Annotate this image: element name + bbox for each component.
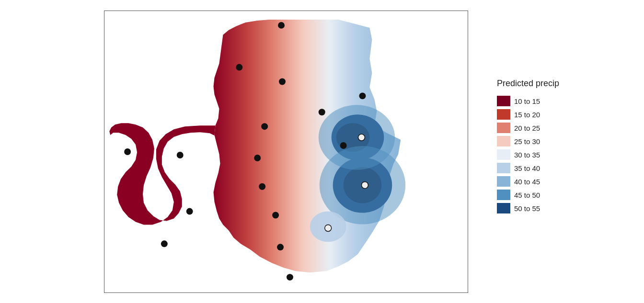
legend-swatch	[497, 109, 510, 120]
station-dot	[319, 109, 325, 115]
station-dot	[259, 183, 265, 190]
legend-swatch	[497, 136, 510, 146]
legend-item: 45 to 50	[497, 188, 559, 202]
legend-label: 30 to 35	[514, 151, 540, 159]
map-panel	[104, 11, 468, 293]
station-dot	[124, 148, 131, 155]
station-dot	[272, 212, 279, 218]
legend-item: 10 to 15	[497, 94, 559, 108]
legend-swatch	[497, 96, 510, 106]
station-dot	[186, 208, 193, 214]
station-dot	[254, 154, 261, 161]
station-dot	[279, 78, 286, 85]
legend-label: 35 to 40	[514, 164, 540, 172]
chart-container: Predicted precip 10 to 1515 to 2020 to 2…	[0, 0, 644, 303]
legend-swatch	[497, 123, 510, 133]
station-dot	[161, 240, 168, 247]
station-dot	[359, 92, 366, 99]
legend-item: 35 to 40	[497, 161, 559, 175]
station-dot	[278, 22, 285, 28]
station-dot	[340, 142, 347, 149]
station-dot	[177, 152, 184, 158]
station-dot	[361, 181, 368, 188]
legend-label: 20 to 25	[514, 124, 540, 132]
legend-label: 10 to 15	[514, 97, 540, 105]
station-dot	[236, 64, 242, 70]
station-dot	[325, 224, 332, 231]
legend-item: 50 to 55	[497, 202, 559, 215]
legend-title: Predicted precip	[497, 79, 559, 89]
legend-item: 30 to 35	[497, 148, 559, 161]
legend-panel: Predicted precip 10 to 1515 to 2020 to 2…	[497, 79, 559, 215]
legend-item: 25 to 30	[497, 135, 559, 148]
legend-item: 40 to 45	[497, 175, 559, 188]
legend-items: 10 to 1515 to 2020 to 2525 to 3030 to 35…	[497, 94, 559, 215]
legend-label: 40 to 45	[514, 178, 540, 186]
legend-label: 25 to 30	[514, 137, 540, 146]
station-dot	[277, 244, 284, 250]
legend-swatch	[497, 176, 510, 187]
legend-label: 45 to 50	[514, 191, 540, 199]
legend-swatch	[497, 203, 510, 213]
legend-swatch	[497, 190, 510, 200]
legend-swatch	[497, 149, 510, 160]
station-dot	[261, 123, 268, 130]
station-dot	[358, 134, 365, 141]
legend-label: 50 to 55	[514, 204, 540, 213]
station-dot	[287, 274, 293, 281]
legend-item: 15 to 20	[497, 108, 559, 121]
legend-swatch	[497, 163, 510, 173]
legend-label: 15 to 20	[514, 111, 540, 119]
map-svg	[104, 11, 468, 292]
legend-item: 20 to 25	[497, 121, 559, 135]
